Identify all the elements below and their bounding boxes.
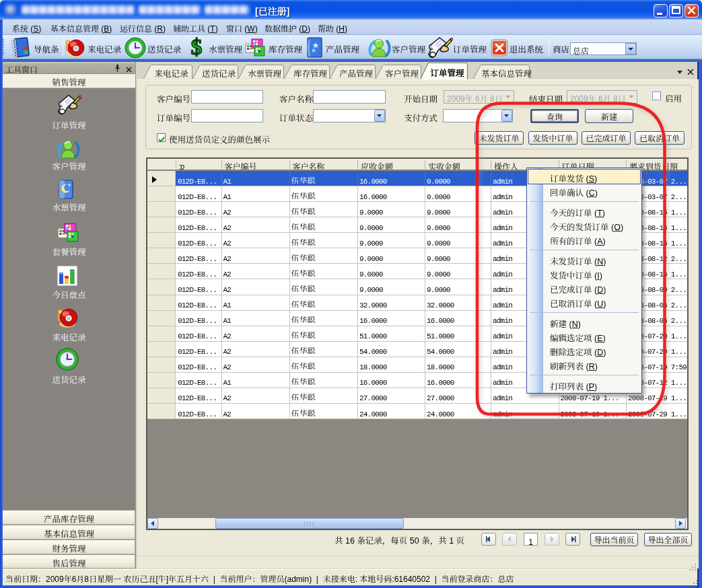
svg-text:$: $ [191,36,203,59]
